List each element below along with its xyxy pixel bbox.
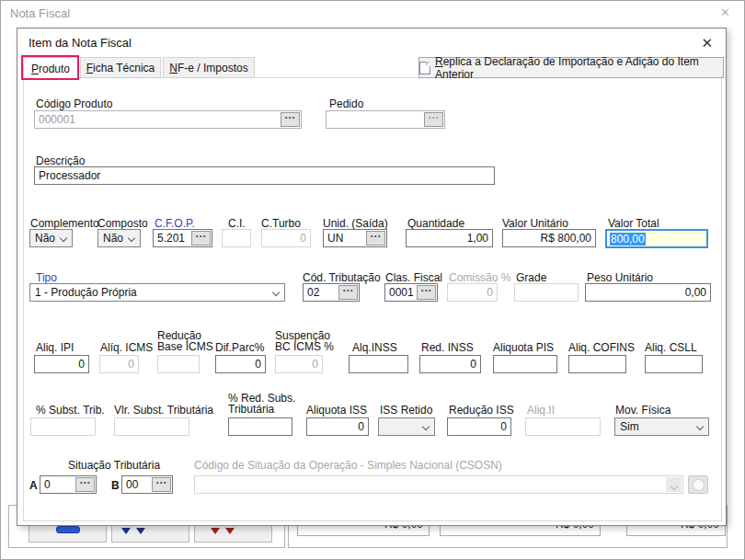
unid-saida-browse-button[interactable]: ··· — [366, 231, 385, 246]
ci-field[interactable] — [222, 229, 251, 247]
aliq-csll-label: Aliq. CSLL — [645, 341, 697, 354]
mov-fisica-combo[interactable]: Sim — [614, 417, 709, 436]
descricao-label: Descrição — [36, 154, 85, 167]
tab-nfe-impostos[interactable]: NF-e / Impostos — [163, 57, 255, 78]
peso-unitario-field[interactable]: 0,00 — [585, 283, 711, 302]
reducao-base-icms-field[interactable] — [157, 355, 200, 373]
tipo-combo[interactable]: 1 - Produção Própria — [29, 283, 285, 302]
replica-declaracao-button[interactable]: Replica a Declaração de Importação e Adi… — [418, 57, 724, 78]
chevron-down-icon — [696, 423, 704, 430]
red-subs-tributaria-label: % Red. Subs. Tributária — [228, 393, 298, 415]
circle-icon — [693, 479, 705, 491]
csosn-circle-button[interactable] — [688, 475, 708, 494]
subst-trib-label: % Subst. Trib. — [36, 404, 105, 417]
subst-trib-field[interactable] — [30, 417, 96, 436]
iss-retido-label: ISS Retido — [380, 404, 432, 417]
vlr-subst-tributaria-label: Vlr. Subst. Tributária — [114, 404, 213, 417]
valor-total-label: Valor Total — [608, 217, 659, 230]
cod-tributacao-label: Cód. Tributação — [303, 271, 381, 284]
aliq-ipi-field[interactable]: 0 — [34, 355, 89, 373]
descricao-field[interactable]: Processador — [34, 166, 495, 185]
cfop-browse-button[interactable]: ··· — [191, 231, 211, 246]
situacao-a-label: A — [29, 479, 38, 492]
vlr-subst-tributaria-field[interactable] — [114, 417, 189, 436]
situacao-tributaria-label: Situação Tributária — [68, 459, 160, 472]
alq-inss-label: Alq.INSS — [352, 341, 397, 354]
tab-ficha-tecnica[interactable]: Ficha Técnica — [80, 57, 161, 78]
blue-bar-icon — [56, 526, 80, 533]
reducao-base-icms-label: Redução Base ICMS — [157, 330, 214, 352]
quantidade-label: Quantidade — [407, 217, 464, 230]
pedido-field[interactable]: ··· — [326, 110, 445, 129]
dif-parc-field[interactable]: 0 — [215, 355, 266, 373]
unid-saida-field[interactable]: UN ··· — [323, 229, 387, 247]
complemento-combo[interactable]: Não — [29, 229, 73, 247]
situacao-a-field[interactable]: 0 ··· — [40, 475, 97, 494]
dif-parc-label: Dif.Parc% — [215, 341, 264, 354]
ci-label: C.I. — [228, 217, 246, 230]
close-icon[interactable]: ✕ — [701, 35, 713, 51]
chevron-down-icon — [272, 289, 280, 296]
red-subs-tributaria-field[interactable] — [228, 417, 292, 436]
valor-total-field[interactable]: 800,00 — [605, 229, 708, 248]
situacao-b-browse-button[interactable]: ··· — [152, 477, 171, 492]
clas-fiscal-field[interactable]: 0001 ··· — [384, 283, 438, 302]
complemento-label: Complemento — [30, 217, 99, 230]
suspencao-bc-icms-field[interactable]: 0 — [275, 355, 323, 373]
alq-inss-field[interactable] — [349, 355, 408, 373]
tipo-label: Tipo — [36, 271, 57, 284]
cod-tributacao-browse-button[interactable]: ··· — [338, 285, 358, 300]
aliq-cofins-label: Aliq. COFINS — [568, 341, 635, 354]
reducao-iss-field[interactable]: 0 — [447, 417, 511, 436]
aliq-icms-field[interactable]: 0 — [99, 355, 139, 373]
chevron-down-icon — [128, 234, 135, 242]
blue-down-arrow-icon — [121, 528, 131, 534]
aliq-cofins-field[interactable] — [568, 355, 626, 373]
cod-tributacao-field[interactable]: 02 ··· — [303, 283, 360, 302]
cturbo-label: C.Turbo — [261, 217, 301, 230]
aliquota-iss-field[interactable]: 0 — [306, 417, 369, 436]
codigo-produto-browse-button[interactable]: ··· — [281, 112, 300, 127]
aliquota-pis-label: Aliquota PIS — [493, 341, 554, 354]
aliq-ii-label: Aliq.II — [527, 404, 555, 417]
cfop-label: C.F.O.P. — [155, 217, 195, 230]
red-down-arrow-icon — [211, 528, 220, 534]
composto-combo[interactable]: Não — [97, 229, 141, 247]
clas-fiscal-browse-button[interactable]: ··· — [417, 285, 436, 300]
cfop-field[interactable]: 5.201 ··· — [153, 229, 212, 247]
document-icon — [419, 62, 430, 74]
aliq-ipi-label: Aliq. IPI — [36, 341, 74, 354]
comissao-label: Comissão % — [449, 271, 510, 284]
mov-fisica-label: Mov. Física — [615, 404, 670, 417]
red-inss-label: Red. INSS — [421, 341, 474, 354]
situacao-b-field[interactable]: 00 ··· — [121, 475, 173, 494]
clas-fiscal-label: Clas. Fiscal — [385, 271, 442, 284]
valor-unitario-label: Valor Unitário — [502, 217, 568, 230]
unid-saida-label: Unid. (Saída) — [323, 217, 388, 230]
red-inss-field[interactable]: 0 — [419, 355, 481, 373]
aliq-csll-field[interactable] — [645, 355, 703, 373]
screen: Nota Fiscal ✕ R$ 0,00 R$ 0,00 R$ 0,00 It… — [0, 0, 745, 560]
grade-label: Grade — [516, 271, 546, 284]
item-nota-fiscal-dialog: Item da Nota Fiscal ✕ Produto Ficha Técn… — [17, 28, 727, 526]
codigo-produto-field[interactable]: 000001 ··· — [34, 110, 302, 129]
tab-produto[interactable]: Produto — [23, 57, 78, 79]
aliq-ii-field[interactable] — [525, 417, 601, 436]
quantidade-field[interactable]: 1,00 — [406, 229, 493, 247]
cturbo-field[interactable]: 0 — [261, 229, 311, 247]
iss-retido-combo[interactable] — [378, 417, 435, 436]
situacao-b-label: B — [111, 479, 120, 492]
valor-unitario-field[interactable]: R$ 800,00 — [502, 229, 596, 247]
aliq-icms-label: Alíq. ICMS — [100, 341, 153, 354]
aliquota-pis-field[interactable] — [493, 355, 557, 373]
csosn-dropdown-button[interactable] — [666, 477, 682, 492]
comissao-field[interactable]: 0 — [447, 283, 498, 302]
situacao-a-browse-button[interactable]: ··· — [75, 477, 95, 492]
chevron-down-icon — [422, 423, 430, 430]
reducao-iss-label: Redução ISS — [449, 404, 514, 417]
aliquota-iss-label: Aliquota ISS — [306, 404, 367, 417]
close-icon[interactable]: ✕ — [720, 6, 730, 19]
grade-field[interactable] — [514, 283, 579, 302]
pedido-browse-button[interactable]: ··· — [424, 112, 443, 127]
csosn-field[interactable] — [194, 475, 683, 494]
